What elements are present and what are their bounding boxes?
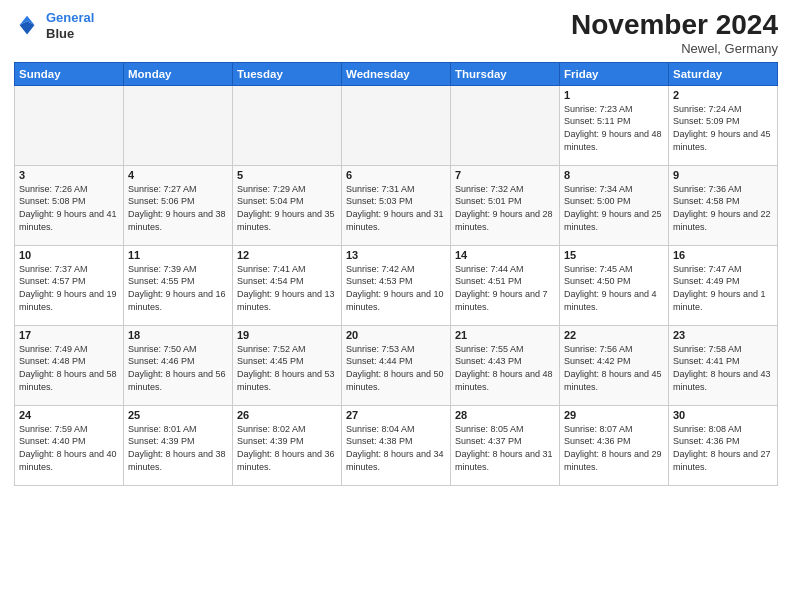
calendar-week-row: 1Sunrise: 7:23 AM Sunset: 5:11 PM Daylig… (15, 85, 778, 165)
day-info: Sunrise: 8:08 AM Sunset: 4:36 PM Dayligh… (673, 423, 773, 473)
col-thursday: Thursday (451, 62, 560, 85)
day-number: 20 (346, 329, 446, 341)
day-info: Sunrise: 7:23 AM Sunset: 5:11 PM Dayligh… (564, 103, 664, 153)
col-tuesday: Tuesday (233, 62, 342, 85)
table-row: 3Sunrise: 7:26 AM Sunset: 5:08 PM Daylig… (15, 165, 124, 245)
day-number: 28 (455, 409, 555, 421)
table-row: 1Sunrise: 7:23 AM Sunset: 5:11 PM Daylig… (560, 85, 669, 165)
location: Newel, Germany (571, 41, 778, 56)
calendar-week-row: 24Sunrise: 7:59 AM Sunset: 4:40 PM Dayli… (15, 405, 778, 485)
day-number: 24 (19, 409, 119, 421)
day-number: 3 (19, 169, 119, 181)
calendar-table: Sunday Monday Tuesday Wednesday Thursday… (14, 62, 778, 486)
day-number: 6 (346, 169, 446, 181)
day-number: 9 (673, 169, 773, 181)
col-saturday: Saturday (669, 62, 778, 85)
table-row: 4Sunrise: 7:27 AM Sunset: 5:06 PM Daylig… (124, 165, 233, 245)
day-number: 30 (673, 409, 773, 421)
table-row (342, 85, 451, 165)
day-number: 4 (128, 169, 228, 181)
header: General Blue November 2024 Newel, German… (14, 10, 778, 56)
day-info: Sunrise: 7:29 AM Sunset: 5:04 PM Dayligh… (237, 183, 337, 233)
table-row: 22Sunrise: 7:56 AM Sunset: 4:42 PM Dayli… (560, 325, 669, 405)
table-row (451, 85, 560, 165)
table-row: 18Sunrise: 7:50 AM Sunset: 4:46 PM Dayli… (124, 325, 233, 405)
day-number: 22 (564, 329, 664, 341)
day-number: 27 (346, 409, 446, 421)
table-row: 17Sunrise: 7:49 AM Sunset: 4:48 PM Dayli… (15, 325, 124, 405)
day-number: 12 (237, 249, 337, 261)
day-info: Sunrise: 7:50 AM Sunset: 4:46 PM Dayligh… (128, 343, 228, 393)
col-wednesday: Wednesday (342, 62, 451, 85)
day-number: 17 (19, 329, 119, 341)
calendar-week-row: 3Sunrise: 7:26 AM Sunset: 5:08 PM Daylig… (15, 165, 778, 245)
day-info: Sunrise: 8:02 AM Sunset: 4:39 PM Dayligh… (237, 423, 337, 473)
table-row: 7Sunrise: 7:32 AM Sunset: 5:01 PM Daylig… (451, 165, 560, 245)
day-info: Sunrise: 7:56 AM Sunset: 4:42 PM Dayligh… (564, 343, 664, 393)
table-row: 30Sunrise: 8:08 AM Sunset: 4:36 PM Dayli… (669, 405, 778, 485)
day-number: 2 (673, 89, 773, 101)
table-row: 11Sunrise: 7:39 AM Sunset: 4:55 PM Dayli… (124, 245, 233, 325)
day-number: 10 (19, 249, 119, 261)
table-row: 27Sunrise: 8:04 AM Sunset: 4:38 PM Dayli… (342, 405, 451, 485)
table-row: 6Sunrise: 7:31 AM Sunset: 5:03 PM Daylig… (342, 165, 451, 245)
table-row: 24Sunrise: 7:59 AM Sunset: 4:40 PM Dayli… (15, 405, 124, 485)
day-info: Sunrise: 7:59 AM Sunset: 4:40 PM Dayligh… (19, 423, 119, 473)
day-info: Sunrise: 7:37 AM Sunset: 4:57 PM Dayligh… (19, 263, 119, 313)
day-number: 11 (128, 249, 228, 261)
day-info: Sunrise: 7:45 AM Sunset: 4:50 PM Dayligh… (564, 263, 664, 313)
day-number: 29 (564, 409, 664, 421)
day-number: 5 (237, 169, 337, 181)
table-row: 2Sunrise: 7:24 AM Sunset: 5:09 PM Daylig… (669, 85, 778, 165)
title-block: November 2024 Newel, Germany (571, 10, 778, 56)
day-number: 13 (346, 249, 446, 261)
day-number: 14 (455, 249, 555, 261)
table-row: 26Sunrise: 8:02 AM Sunset: 4:39 PM Dayli… (233, 405, 342, 485)
day-number: 8 (564, 169, 664, 181)
day-info: Sunrise: 7:27 AM Sunset: 5:06 PM Dayligh… (128, 183, 228, 233)
table-row: 29Sunrise: 8:07 AM Sunset: 4:36 PM Dayli… (560, 405, 669, 485)
day-number: 16 (673, 249, 773, 261)
day-number: 7 (455, 169, 555, 181)
calendar-week-row: 10Sunrise: 7:37 AM Sunset: 4:57 PM Dayli… (15, 245, 778, 325)
page-container: General Blue November 2024 Newel, German… (0, 0, 792, 492)
day-info: Sunrise: 7:39 AM Sunset: 4:55 PM Dayligh… (128, 263, 228, 313)
logo-text: General Blue (46, 10, 94, 41)
table-row: 15Sunrise: 7:45 AM Sunset: 4:50 PM Dayli… (560, 245, 669, 325)
day-number: 19 (237, 329, 337, 341)
table-row: 21Sunrise: 7:55 AM Sunset: 4:43 PM Dayli… (451, 325, 560, 405)
table-row: 25Sunrise: 8:01 AM Sunset: 4:39 PM Dayli… (124, 405, 233, 485)
day-info: Sunrise: 8:07 AM Sunset: 4:36 PM Dayligh… (564, 423, 664, 473)
table-row (124, 85, 233, 165)
col-monday: Monday (124, 62, 233, 85)
day-number: 1 (564, 89, 664, 101)
table-row: 5Sunrise: 7:29 AM Sunset: 5:04 PM Daylig… (233, 165, 342, 245)
table-row: 13Sunrise: 7:42 AM Sunset: 4:53 PM Dayli… (342, 245, 451, 325)
table-row: 19Sunrise: 7:52 AM Sunset: 4:45 PM Dayli… (233, 325, 342, 405)
table-row: 10Sunrise: 7:37 AM Sunset: 4:57 PM Dayli… (15, 245, 124, 325)
day-info: Sunrise: 7:44 AM Sunset: 4:51 PM Dayligh… (455, 263, 555, 313)
logo: General Blue (14, 10, 94, 41)
table-row (233, 85, 342, 165)
calendar-header-row: Sunday Monday Tuesday Wednesday Thursday… (15, 62, 778, 85)
day-info: Sunrise: 8:05 AM Sunset: 4:37 PM Dayligh… (455, 423, 555, 473)
day-info: Sunrise: 7:58 AM Sunset: 4:41 PM Dayligh… (673, 343, 773, 393)
day-info: Sunrise: 8:01 AM Sunset: 4:39 PM Dayligh… (128, 423, 228, 473)
col-friday: Friday (560, 62, 669, 85)
table-row: 12Sunrise: 7:41 AM Sunset: 4:54 PM Dayli… (233, 245, 342, 325)
calendar-week-row: 17Sunrise: 7:49 AM Sunset: 4:48 PM Dayli… (15, 325, 778, 405)
day-info: Sunrise: 7:32 AM Sunset: 5:01 PM Dayligh… (455, 183, 555, 233)
day-number: 26 (237, 409, 337, 421)
day-info: Sunrise: 7:26 AM Sunset: 5:08 PM Dayligh… (19, 183, 119, 233)
day-info: Sunrise: 8:04 AM Sunset: 4:38 PM Dayligh… (346, 423, 446, 473)
day-info: Sunrise: 7:42 AM Sunset: 4:53 PM Dayligh… (346, 263, 446, 313)
day-info: Sunrise: 7:41 AM Sunset: 4:54 PM Dayligh… (237, 263, 337, 313)
table-row: 23Sunrise: 7:58 AM Sunset: 4:41 PM Dayli… (669, 325, 778, 405)
col-sunday: Sunday (15, 62, 124, 85)
day-number: 21 (455, 329, 555, 341)
day-number: 18 (128, 329, 228, 341)
table-row: 16Sunrise: 7:47 AM Sunset: 4:49 PM Dayli… (669, 245, 778, 325)
day-info: Sunrise: 7:52 AM Sunset: 4:45 PM Dayligh… (237, 343, 337, 393)
day-info: Sunrise: 7:34 AM Sunset: 5:00 PM Dayligh… (564, 183, 664, 233)
day-info: Sunrise: 7:36 AM Sunset: 4:58 PM Dayligh… (673, 183, 773, 233)
